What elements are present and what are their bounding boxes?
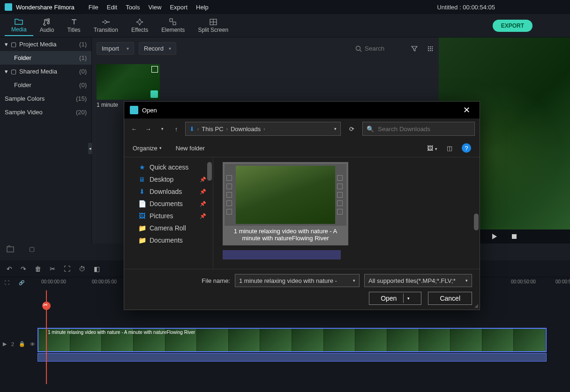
sidebar-item-folder[interactable]: Folder (1) (0, 51, 91, 65)
download-icon: ⬇ (138, 188, 146, 195)
tab-label: Elements (161, 27, 185, 33)
tab-titles[interactable]: Titles (60, 16, 87, 36)
refresh-button[interactable]: ⟳ (345, 126, 359, 133)
link-icon[interactable]: ⛶ (5, 280, 9, 285)
tab-label: Titles (67, 27, 80, 33)
open-split-button[interactable]: ▾ (403, 294, 413, 303)
menu-file[interactable]: File (89, 4, 98, 11)
crop-button[interactable]: ⛶ (64, 265, 70, 273)
new-folder-button[interactable]: New folder (176, 145, 205, 152)
cancel-label: Cancel (440, 295, 460, 302)
nav-up-button[interactable]: ↑ (171, 126, 181, 133)
redo-button[interactable]: ↷ (21, 265, 26, 273)
sidebar-item-shared-media[interactable]: ▾ ▢ Shared Media (0) (0, 65, 91, 78)
chevron-down-icon[interactable]: ▾ (334, 126, 337, 131)
tab-elements[interactable]: Elements (155, 16, 191, 36)
grid-view-icon[interactable] (427, 45, 434, 52)
svg-point-11 (430, 50, 431, 51)
stop-button[interactable] (511, 234, 517, 239)
tree-downloads[interactable]: ⬇Downloads📌 (124, 185, 213, 198)
visibility-icon[interactable]: 👁 (30, 341, 35, 347)
import-dropdown[interactable]: Import▾ (97, 42, 134, 55)
file-item-2[interactable] (223, 250, 341, 259)
menu-tools[interactable]: Tools (126, 4, 140, 11)
title-bar: Wondershare Filmora File Edit Tools View… (0, 0, 570, 14)
playhead[interactable] (46, 290, 47, 384)
panel-collapse-handle[interactable]: ◄ (88, 143, 92, 154)
preview-pane-button[interactable]: ◫ (447, 145, 452, 152)
sidebar-item-sample-video[interactable]: Sample Video (20) (0, 105, 91, 119)
app-name: Wondershare Filmora (16, 4, 75, 11)
tree-label: Pictures (150, 212, 173, 220)
dialog-search-input[interactable] (378, 126, 471, 133)
media-search-input[interactable] (365, 45, 402, 52)
nav-back-button[interactable]: ← (129, 126, 139, 133)
files-scrollbar[interactable] (474, 214, 479, 230)
sidebar-label: Folder (14, 54, 31, 61)
record-dropdown[interactable]: Record▾ (139, 42, 176, 55)
view-mode-button[interactable]: 🖼 ▾ (427, 145, 437, 152)
sidebar-item-project-media[interactable]: ▾ ▢ Project Media (1) (0, 37, 91, 51)
filetype-combo[interactable]: All supported files(*.MP4;*.FLV;* ▾ (364, 274, 472, 287)
undo-button[interactable]: ↶ (7, 265, 12, 273)
menu-help[interactable]: Help (196, 4, 209, 11)
close-button[interactable]: ✕ (459, 105, 474, 115)
filter-icon[interactable] (411, 45, 418, 52)
new-folder-icon[interactable] (7, 245, 15, 253)
tab-transition[interactable]: Transition (87, 16, 125, 36)
svg-rect-0 (170, 19, 172, 22)
film-strip-icon (337, 175, 345, 214)
address-bar[interactable]: ⬇ › This PC › Downloads › ▾ (185, 122, 341, 136)
dialog-title: Open (142, 107, 157, 114)
chevron-down-icon: ▾ (353, 278, 355, 283)
video-clip[interactable]: 1 minute relaxing video with nature - A … (38, 328, 547, 352)
clip-label: 1 minute relaxing video with nature - A … (48, 330, 195, 335)
tree-documents[interactable]: 📄Documents📌 (124, 198, 213, 210)
sidebar-item-folder-2[interactable]: Folder (0) (0, 78, 91, 92)
transition-icon (102, 18, 110, 26)
sidebar-item-sample-colors[interactable]: Sample Colors (15) (0, 92, 91, 105)
tree-scrollbar[interactable] (207, 162, 212, 181)
menu-view[interactable]: View (148, 4, 161, 11)
color-button[interactable]: ◧ (94, 265, 100, 273)
svg-point-3 (356, 46, 360, 50)
crumb-this-pc[interactable]: This PC (202, 126, 223, 133)
lock-icon[interactable]: 🔒 (19, 341, 25, 347)
link-icon[interactable]: 🔗 (19, 280, 24, 285)
resize-handle-icon[interactable]: ◢ (474, 303, 478, 308)
dialog-search[interactable]: 🔍 (362, 122, 475, 136)
file-item-video[interactable]: 1 minute relaxing video with nature - A … (223, 162, 348, 245)
menu-edit[interactable]: Edit (107, 4, 117, 11)
add-folder-icon[interactable]: ▢ (29, 245, 35, 253)
crumb-downloads[interactable]: Downloads (231, 126, 261, 133)
export-button[interactable]: EXPORT (493, 20, 532, 32)
audio-clip[interactable] (38, 353, 547, 362)
tree-camera-roll[interactable]: 📁Camera Roll (124, 222, 213, 234)
filename-combo[interactable]: 1 minute relaxing video with nature - ▾ (235, 274, 360, 287)
file-list[interactable]: 1 minute relaxing video with nature - A … (213, 157, 480, 269)
organize-button[interactable]: Organize ▾ (133, 145, 162, 152)
play-button[interactable] (492, 233, 497, 240)
tab-audio[interactable]: Audio (33, 16, 61, 36)
tree-documents-2[interactable]: 📁Documents (124, 234, 213, 246)
tree-pictures[interactable]: 🖼Pictures📌 (124, 210, 213, 222)
tab-label: Media (11, 26, 27, 33)
open-button[interactable]: Open ▾ (369, 292, 421, 305)
folder-icon (15, 18, 23, 25)
search-icon: 🔍 (367, 126, 374, 133)
help-button[interactable]: ? (462, 143, 471, 153)
speed-button[interactable]: ⏱ (79, 265, 85, 273)
project-sidebar: ▾ ▢ Project Media (1) Folder (1) ▾ ▢ Sha… (0, 37, 92, 244)
tab-effects[interactable]: Effects (125, 16, 155, 36)
cancel-button[interactable]: Cancel (428, 292, 472, 305)
nav-forward-button[interactable]: → (143, 126, 153, 133)
cut-button[interactable]: ✂ (50, 265, 55, 273)
nav-history-button[interactable]: ▾ (157, 126, 167, 131)
tree-quick-access[interactable]: ★Quick access (124, 161, 213, 173)
tab-media[interactable]: Media (5, 15, 33, 36)
menu-export[interactable]: Export (170, 4, 188, 11)
tab-label: Audio (40, 27, 54, 33)
delete-button[interactable]: 🗑 (35, 265, 41, 273)
tree-desktop[interactable]: 🖥Desktop📌 (124, 173, 213, 185)
tab-split-screen[interactable]: Split Screen (191, 16, 235, 36)
